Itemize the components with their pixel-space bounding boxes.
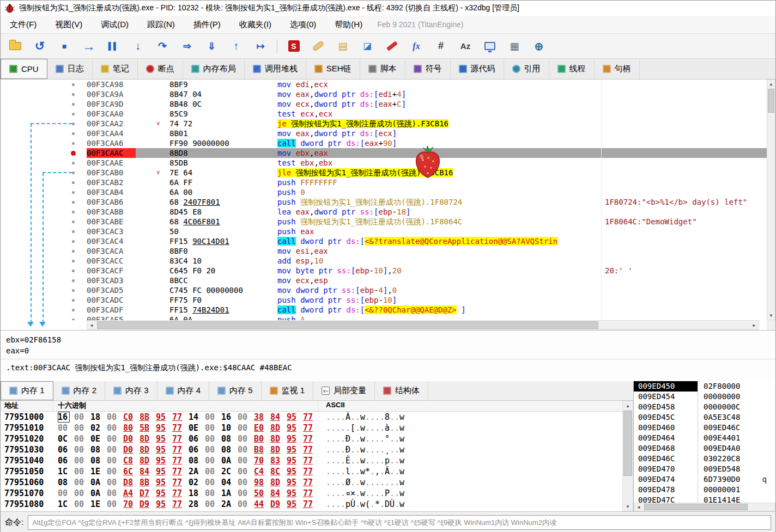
dump-row[interactable]: 779510200C000E00D08D957706000800B08D9577… xyxy=(1,433,622,444)
tab-handles[interactable]: 句柄 xyxy=(595,59,640,79)
menu-trace[interactable]: 跟踪(N) xyxy=(138,20,184,30)
trace-into-button[interactable]: ⇒ xyxy=(179,38,195,54)
scroll-left-icon[interactable]: ◀ xyxy=(87,321,96,329)
tab-threads[interactable]: 线程 xyxy=(549,59,595,79)
disasm-row[interactable]: 00F3CAE56A 0Apush A xyxy=(1,315,768,320)
dump-vertical-scrollbar[interactable]: ▲ ▼ xyxy=(622,401,633,511)
scroll-thumb[interactable] xyxy=(768,89,774,113)
memory-dump[interactable]: 地址 十六进制 ASCII 7795100016001800C08B957714… xyxy=(1,401,622,511)
calculator-button[interactable]: ▦ xyxy=(506,38,523,54)
disasm-row[interactable]: 00F3CACFC645 F0 20mov byte ptr ss:[ebp-1… xyxy=(1,266,768,276)
stack-row[interactable]: 009ED4580000000C xyxy=(634,402,775,412)
tab-dump-5[interactable]: 内存 5 xyxy=(209,381,262,400)
scroll-thumb[interactable] xyxy=(623,411,632,476)
disasm-row[interactable]: 00F3CAB668 2407F801push 强制按钮为实1_强制注册成功(强… xyxy=(1,197,768,207)
stack-row[interactable]: 009ED464009E4401 xyxy=(634,433,775,443)
tab-memory-map[interactable]: 内存布局 xyxy=(183,59,245,79)
tab-seh[interactable]: SEH链 xyxy=(306,59,360,79)
patches-button[interactable] xyxy=(310,38,326,54)
menu-plugins[interactable]: 插件(P) xyxy=(184,20,230,30)
step-into-button[interactable]: ↓ xyxy=(130,38,146,54)
scroll-left-icon[interactable]: ◀ xyxy=(634,503,643,511)
stack-rows[interactable]: 009ED45002F80000009ED45400000000009ED458… xyxy=(634,381,775,505)
run-button[interactable]: → xyxy=(81,38,97,54)
tab-dump-3[interactable]: 内存 3 xyxy=(105,381,157,400)
tab-script[interactable]: 脚本 xyxy=(360,59,405,79)
dump-row[interactable]: 7795104006000800C88D957708000A0070839577… xyxy=(1,455,622,466)
stack-row[interactable]: 009ED45C0A5E3C48 xyxy=(634,412,775,423)
stack-row[interactable]: 009ED470009ED548 xyxy=(634,464,775,474)
tab-locals[interactable]: x=局部变量 xyxy=(313,381,375,400)
disasm-row[interactable]: 00F3CA9A8B47 04mov eax,dword ptr ds:[edi… xyxy=(1,89,768,99)
disassembly-view[interactable]: 00F3CA988BF9mov edi,ecx00F3CA9A8B47 04mo… xyxy=(1,80,775,330)
tab-dump-1[interactable]: 内存 1 xyxy=(1,381,53,400)
stack-row[interactable]: 009ED4746D7390D0q xyxy=(634,474,775,485)
hash-button[interactable]: # xyxy=(433,38,449,54)
disasm-row[interactable]: 00F3CAAE85DBtest ebx,ebx xyxy=(1,158,768,168)
disasm-row[interactable]: 00F3CADCFF75 F0push dword ptr ss:[ebp-10… xyxy=(1,295,768,305)
disasm-row[interactable]: 00F3CABE68 4C06F801push 强制按钮为实1_强制注册成功(强… xyxy=(1,217,768,227)
execute-till-return-button[interactable]: ↑ xyxy=(228,38,244,54)
menu-options[interactable]: 选项(0) xyxy=(281,20,325,30)
tab-breakpoints[interactable]: 断点 xyxy=(138,59,183,79)
disasm-row[interactable]: 00F3CAD38BCCmov ecx,esp xyxy=(1,276,768,285)
tab-notes[interactable]: 笔记 xyxy=(93,59,138,79)
scroll-down-icon[interactable]: ▼ xyxy=(623,502,633,511)
scroll-up-icon[interactable]: ▲ xyxy=(623,401,633,410)
tab-cpu[interactable]: CPU xyxy=(1,59,47,79)
dump-row[interactable]: 779510501C001E006C8495772A002C00C48C9577… xyxy=(1,466,622,477)
dump-row[interactable]: 7795101000000200805B95770E001000E08D9577… xyxy=(1,423,622,433)
tab-references[interactable]: 引用 xyxy=(504,59,549,79)
disasm-row[interactable]: 00F3CAB46A 00push 0 xyxy=(1,187,768,197)
open-file-button[interactable] xyxy=(7,38,23,54)
disasm-row[interactable]: 00F3CAC350push eax xyxy=(1,227,768,236)
pause-button[interactable]: ▌▌ xyxy=(105,38,122,54)
tab-call-stack[interactable]: 调用堆栈 xyxy=(245,59,306,79)
menu-debug[interactable]: 调试(D) xyxy=(92,20,138,30)
tab-watch-1[interactable]: 监视 1 xyxy=(262,381,314,400)
scroll-right-icon[interactable]: ▶ xyxy=(750,321,759,329)
disassembly-rows[interactable]: 00F3CA988BF9mov edi,ecx00F3CA9A8B47 04mo… xyxy=(1,80,768,320)
run-to-cursor-button[interactable]: ↦ xyxy=(252,38,269,54)
dump-row[interactable]: 779510801C001E0070D9957728002A0044D99577… xyxy=(1,499,622,510)
scroll-thumb[interactable] xyxy=(97,321,598,329)
case-converter-button[interactable]: Az xyxy=(457,38,474,54)
disasm-row[interactable]: 00F3CAA6FF90 90000000call dword ptr ds:[… xyxy=(1,138,768,148)
disasm-row[interactable]: 00F3CA9D8B48 0Cmov ecx,dword ptr ds:[eax… xyxy=(1,99,768,109)
scroll-thumb[interactable] xyxy=(644,504,748,510)
tab-symbols[interactable]: 符号 xyxy=(405,59,451,79)
stack-row[interactable]: 009ED468009ED4A0 xyxy=(634,443,775,454)
tab-dump-2[interactable]: 内存 2 xyxy=(53,381,106,400)
scroll-down-icon[interactable]: ▼ xyxy=(767,311,775,320)
stack-horizontal-scrollbar[interactable]: ◀ xyxy=(634,503,775,511)
dump-row[interactable]: 7795106008000A00D88B957702000400988D9577… xyxy=(1,477,622,488)
updates-globe-button[interactable]: ⊕ xyxy=(531,38,547,54)
disasm-row[interactable]: 00F3CAC4FF15 90C14D01call dword ptr ds:[… xyxy=(1,236,768,246)
stack-row[interactable]: 009ED47800000001 xyxy=(634,485,775,495)
comments-button[interactable]: ▤ xyxy=(335,38,351,54)
disasm-row[interactable]: 00F3CAD5C745 FC 00000000mov dword ptr ss… xyxy=(1,285,768,295)
menu-view[interactable]: 视图(V) xyxy=(46,20,92,30)
menu-favourites[interactable]: 收藏夹(I) xyxy=(230,20,281,30)
stack-row[interactable]: 009ED460009ED46C xyxy=(634,423,775,433)
scylla-button[interactable]: S xyxy=(286,38,302,54)
disasm-horizontal-scrollbar[interactable]: ◀ ▶ xyxy=(87,320,759,330)
disasm-row[interactable]: 00F3CAAC8BD8mov ebx,eax xyxy=(1,148,768,158)
restart-button[interactable]: ↺ xyxy=(32,38,48,54)
dump-row[interactable]: 7795103006000800D08D957706000800B88D9577… xyxy=(1,444,622,455)
hide-debugger-button[interactable] xyxy=(384,38,400,54)
tab-struct[interactable]: 结构体 xyxy=(375,381,428,400)
dump-rows[interactable]: 7795100016001800C08B95771400160038849577… xyxy=(1,412,622,510)
disasm-row[interactable]: 00F3CAB0∨7E 64jle 强制按钮为实1_强制注册成功(强跳).F3C… xyxy=(1,168,768,178)
disasm-row[interactable]: 00F3CA988BF9mov edi,ecx xyxy=(1,80,768,89)
disasm-row[interactable]: 00F3CAA48B01mov eax,dword ptr ds:[ecx] xyxy=(1,129,768,138)
dump-row[interactable]: 7795107000000A00A4D7957718001A0050849577… xyxy=(1,488,622,499)
disasm-row[interactable]: 00F3CACC83C4 10add esp,10 xyxy=(1,256,768,266)
dump-row[interactable]: 7795100016001800C08B95771400160038849577… xyxy=(1,412,622,423)
disasm-row[interactable]: 00F3CACA8BF0mov esi,eax xyxy=(1,246,768,256)
menu-help[interactable]: 帮助(H) xyxy=(325,20,372,30)
tab-dump-4[interactable]: 内存 4 xyxy=(157,381,210,400)
stack-row[interactable]: 009ED45400000000 xyxy=(634,392,775,402)
disasm-row[interactable]: 00F3CABB8D45 E8lea eax,dword ptr ss:[ebp… xyxy=(1,207,768,217)
command-input[interactable] xyxy=(28,515,771,530)
